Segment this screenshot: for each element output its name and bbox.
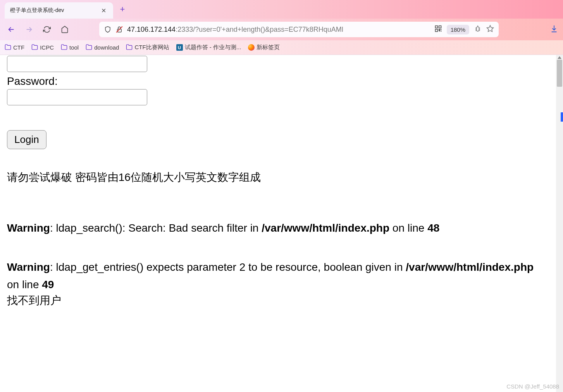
toolbar: 47.106.172.144:2333/?user=0'+and+length(… — [0, 19, 563, 40]
close-icon[interactable]: ✕ — [100, 6, 108, 15]
bookmark-icpc[interactable]: ICPC — [31, 44, 54, 52]
password-label: Password: — [7, 75, 548, 88]
bookmark-newtab[interactable]: 新标签页 — [248, 44, 280, 51]
download-icon[interactable] — [550, 24, 558, 35]
url-text: 47.106.172.144:2333/?user=0'+and+length(… — [127, 26, 430, 34]
svg-rect-4 — [477, 27, 479, 31]
login-button[interactable]: Login — [7, 130, 46, 149]
reload-button[interactable] — [40, 23, 53, 36]
svg-rect-2 — [439, 26, 441, 28]
qr-icon[interactable] — [434, 25, 442, 34]
forward-button — [22, 23, 36, 36]
url-rest: :2333/?user=0'+and+length()&pass=EC77k8R… — [176, 26, 343, 33]
warning-path: /var/www/html/index.php — [262, 222, 389, 234]
scrollbar[interactable] — [556, 55, 563, 392]
folder-icon — [126, 44, 133, 52]
warning-path: /var/www/html/index.php — [406, 261, 534, 273]
url-host: 47.106.172.144 — [127, 26, 176, 33]
bookmark-download[interactable]: download — [86, 44, 119, 52]
browser-chrome: 橙子单点登录系统-dev ✕ + 47.106.172.144:2333/?us… — [0, 0, 563, 55]
bookmark-label: 新标签页 — [257, 44, 280, 51]
user-notfound: 找不到用户 — [7, 293, 548, 308]
bookmark-label: CTF — [13, 44, 24, 51]
bug-icon[interactable] — [474, 25, 482, 34]
star-icon[interactable] — [486, 25, 494, 34]
warning-online: on line — [7, 279, 42, 291]
folder-icon — [86, 44, 92, 52]
tab-title: 橙子单点登录系统-dev — [10, 7, 96, 14]
tab-active[interactable]: 橙子单点登录系统-dev ✕ — [5, 2, 113, 19]
warning-msg: : ldap_search(): Search: Bad search filt… — [50, 222, 262, 234]
bookmark-ctf[interactable]: CTF — [5, 44, 24, 52]
warning-line: 49 — [42, 279, 54, 291]
bookmarks-bar: CTF ICPC tool download CTF比赛网站 U 试题作答 - … — [0, 40, 563, 55]
bookmark-label: download — [94, 44, 119, 51]
zoom-badge[interactable]: 180% — [447, 25, 469, 34]
url-actions: 180% — [434, 25, 494, 34]
shield-icon[interactable] — [104, 26, 112, 33]
page-content: Password: Login 请勿尝试爆破 密码皆由16位随机大小写英文数字组… — [0, 55, 555, 392]
bookmark-label: 试题作答 - 作业与测... — [185, 44, 241, 51]
php-warning-1: Warning: ldap_search(): Search: Bad sear… — [7, 220, 548, 237]
notice-text: 请勿尝试爆破 密码皆由16位随机大小写英文数字组成 — [7, 170, 548, 185]
warning-prefix: Warning — [7, 222, 50, 234]
scroll-up-arrow[interactable] — [558, 55, 561, 59]
url-bar[interactable]: 47.106.172.144:2333/?user=0'+and+length(… — [99, 22, 499, 37]
folder-icon — [31, 44, 38, 52]
svg-rect-3 — [435, 29, 437, 31]
svg-marker-5 — [487, 25, 494, 31]
tab-strip: 橙子单点登录系统-dev ✕ + — [0, 0, 563, 19]
warning-online: on line — [389, 222, 427, 234]
bookmark-label: ICPC — [40, 44, 54, 51]
password-input[interactable] — [7, 89, 147, 105]
bookmark-label: tool — [69, 44, 79, 51]
bookmark-ctfsite[interactable]: CTF比赛网站 — [126, 44, 169, 52]
svg-rect-1 — [435, 26, 437, 28]
folder-icon — [61, 44, 67, 52]
username-input[interactable] — [7, 56, 147, 72]
bookmark-label: CTF比赛网站 — [134, 44, 169, 51]
svg-rect-0 — [117, 29, 122, 32]
scrollbar-thumb[interactable] — [557, 60, 562, 87]
folder-icon — [5, 44, 11, 52]
php-warning-2: Warning: ldap_get_entries() expects para… — [7, 259, 548, 294]
watermark: CSDN @Jeff_54088 — [506, 383, 559, 390]
warning-line: 48 — [427, 222, 439, 234]
bookmark-uoj[interactable]: U 试题作答 - 作业与测... — [176, 44, 241, 51]
home-button[interactable] — [58, 23, 71, 36]
scroll-highlight — [561, 112, 563, 122]
site-icon: U — [176, 44, 183, 51]
new-tab-button[interactable]: + — [115, 2, 129, 16]
lock-insecure-icon[interactable] — [115, 26, 123, 33]
back-button[interactable] — [5, 23, 18, 36]
bookmark-tool[interactable]: tool — [61, 44, 79, 52]
firefox-icon — [248, 44, 255, 51]
warning-msg: : ldap_get_entries() expects parameter 2… — [50, 261, 406, 273]
warning-prefix: Warning — [7, 261, 50, 273]
